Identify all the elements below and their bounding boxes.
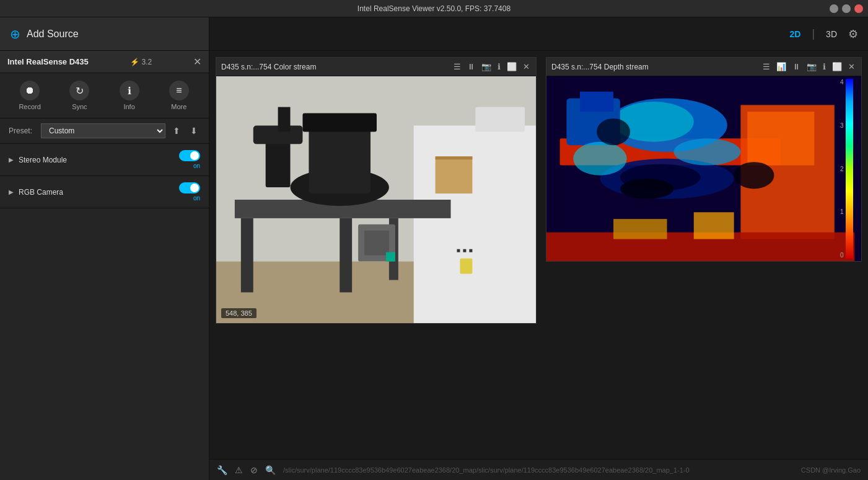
streams-area: D435 s.n:...754 Color stream ☰ ⏸ 📷 ℹ ⬜ ✕ — [209, 51, 868, 459]
svg-rect-14 — [364, 231, 389, 256]
svg-rect-5 — [340, 218, 352, 293]
colorbar-label-0: 0 — [840, 252, 844, 259]
depth-stream-close-icon[interactable]: ✕ — [847, 62, 856, 71]
svg-rect-18 — [469, 249, 472, 252]
colorbar-label-1: 1 — [840, 208, 844, 215]
colorbar-label-4: 4 — [840, 79, 844, 86]
color-stream-info-icon[interactable]: ℹ — [496, 62, 502, 71]
preset-row: Preset: Custom Default High Accuracy Hig… — [0, 118, 209, 144]
rgb-camera-row[interactable]: ▶ RGB Camera on — [0, 176, 209, 208]
rgb-module-name: RGB Camera — [19, 188, 179, 197]
depth-stream-image — [546, 76, 861, 261]
depth-stream-window-icon[interactable]: ⬜ — [831, 62, 843, 71]
svg-rect-20 — [475, 107, 525, 132]
record-icon: ⏺ — [20, 81, 40, 100]
svg-rect-31 — [747, 112, 814, 165]
color-stream-camera-icon[interactable]: 📷 — [480, 62, 493, 71]
depth-stream-content: 4 3 2 1 0 — [546, 76, 861, 261]
info-button[interactable]: ℹ Info — [112, 81, 147, 110]
color-stream-close-icon[interactable]: ✕ — [522, 62, 531, 71]
depth-stream-panel: D435 s.n:...754 Depth stream ☰ 📊 ⏸ 📷 ℹ ⬜… — [546, 57, 862, 262]
upload-preset-button[interactable]: ⬆ — [170, 125, 183, 137]
device-header: Intel RealSense D435 3.2 ✕ — [0, 51, 209, 73]
colorbar-gradient — [846, 79, 853, 259]
info-label: Info — [123, 103, 134, 110]
sync-label: Sync — [72, 103, 87, 110]
usb-version: 3.2 — [142, 58, 152, 66]
svg-rect-36 — [694, 212, 734, 239]
status-text: /slic/surv/plane/119cccc83e9536b49e6027e… — [283, 466, 794, 474]
watermark: CSDN @Irving.Gao — [801, 466, 861, 474]
svg-rect-15 — [386, 252, 395, 262]
depth-stream-chart-icon[interactable]: 📊 — [775, 62, 787, 71]
rgb-camera-toggle[interactable]: on — [179, 182, 200, 202]
colorbar-label-3: 3 — [840, 122, 844, 129]
titlebar: Intel RealSense Viewer v2.50.0, FPS: 37.… — [0, 0, 868, 17]
color-stream-pause-icon[interactable]: ⏸ — [466, 62, 476, 71]
colorbar-labels: 4 3 2 1 0 — [840, 79, 844, 259]
stereo-toggle-label: on — [193, 162, 200, 169]
download-preset-button[interactable]: ⬇ — [188, 125, 200, 137]
warning-status-icon[interactable]: ⚠ — [235, 465, 243, 475]
record-button[interactable]: ⏺ Record — [12, 81, 47, 110]
rgb-toggle-label: on — [193, 195, 200, 202]
error-status-icon[interactable]: ⊘ — [250, 465, 258, 475]
device-close-button[interactable]: ✕ — [193, 56, 201, 68]
color-stream-title: D435 s.n:...754 Color stream — [221, 63, 449, 71]
svg-point-40 — [734, 162, 774, 189]
colorbar-label-2: 2 — [840, 166, 844, 172]
svg-rect-19 — [460, 259, 472, 274]
svg-point-39 — [620, 179, 673, 198]
color-stream-panel: D435 s.n:...754 Color stream ☰ ⏸ 📷 ℹ ⬜ ✕ — [216, 57, 537, 324]
svg-rect-12 — [278, 107, 291, 132]
svg-rect-29 — [580, 92, 613, 112]
close-button[interactable] — [854, 4, 863, 13]
svg-rect-16 — [457, 249, 460, 252]
more-button[interactable]: ≡ More — [162, 81, 196, 110]
depth-stream-list-icon[interactable]: ☰ — [761, 62, 771, 71]
depth-stream-info-icon[interactable]: ℹ — [822, 62, 827, 71]
sync-button[interactable]: ↻ Sync — [62, 81, 97, 110]
depth-stream-camera-icon[interactable]: 📷 — [805, 62, 818, 71]
stereo-module-toggle[interactable]: on — [179, 150, 200, 169]
depth-stream-title: D435 s.n:...754 Depth stream — [551, 63, 758, 71]
svg-point-37 — [573, 142, 626, 176]
more-label: More — [171, 103, 186, 110]
svg-rect-2 — [414, 125, 536, 323]
preset-select[interactable]: Custom Default High Accuracy High Densit… — [41, 123, 165, 138]
add-source-label: Add Source — [27, 29, 79, 40]
color-stream-content: 548, 385 — [216, 76, 536, 323]
depth-stream-pause-icon[interactable]: ⏸ — [791, 62, 802, 71]
device-name: Intel RealSense D435 — [7, 57, 89, 66]
bottom-bar: 🔧 ⚠ ⊘ 🔍 /slic/surv/plane/119cccc83e9536b… — [209, 459, 868, 480]
preset-label: Preset: — [9, 127, 36, 135]
add-source-bar[interactable]: ⊕ Add Source — [0, 17, 209, 51]
search-status-icon[interactable]: 🔍 — [265, 465, 276, 475]
maximize-button[interactable] — [842, 4, 851, 13]
settings-icon[interactable]: ⚙ — [848, 27, 858, 41]
svg-rect-21 — [436, 156, 473, 193]
top-bar: 2D | 3D ⚙ — [209, 17, 868, 51]
view-3d-button[interactable]: 3D — [820, 27, 843, 42]
color-stream-window-icon[interactable]: ⬜ — [506, 62, 518, 71]
info-status-icon[interactable]: 🔧 — [217, 465, 227, 475]
svg-point-41 — [597, 118, 630, 145]
stereo-module-name: Stereo Module — [19, 156, 179, 164]
window-controls — [830, 4, 863, 13]
color-stream-list-icon[interactable]: ☰ — [452, 62, 462, 71]
stereo-module-row[interactable]: ▶ Stereo Module on — [0, 144, 209, 176]
record-label: Record — [19, 103, 40, 110]
more-icon: ≡ — [169, 81, 189, 100]
app-title: Intel RealSense Viewer v2.50.0, FPS: 37.… — [357, 4, 511, 13]
main-layout: ⊕ Add Source Intel RealSense D435 3.2 ✕ … — [0, 17, 868, 480]
svg-rect-22 — [436, 156, 473, 159]
view-2d-button[interactable]: 2D — [784, 27, 807, 42]
minimize-button[interactable] — [830, 4, 838, 13]
depth-stream-header: D435 s.n:...754 Depth stream ☰ 📊 ⏸ 📷 ℹ ⬜… — [546, 58, 861, 76]
stereo-module-arrow: ▶ — [9, 156, 14, 163]
svg-rect-10 — [266, 138, 291, 187]
color-stream-header: D435 s.n:...754 Color stream ☰ ⏸ 📷 ℹ ⬜ ✕ — [216, 58, 536, 76]
color-stream-image — [216, 76, 536, 323]
sidebar: ⊕ Add Source Intel RealSense D435 3.2 ✕ … — [0, 17, 209, 480]
svg-point-38 — [673, 138, 740, 165]
